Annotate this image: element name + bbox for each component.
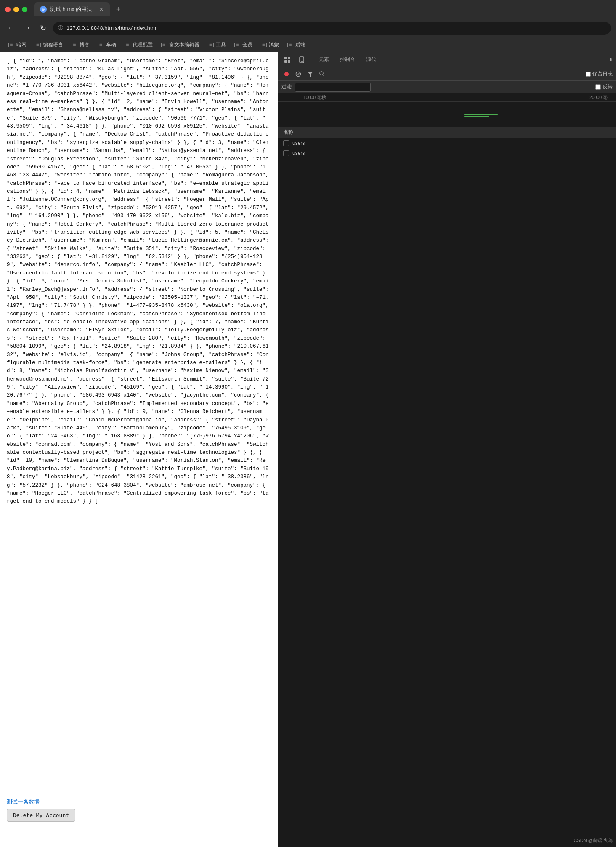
devtools-pane: 元素 控制台 源代 It [278,52,616,847]
bookmark-folder-icon: ▦ [234,43,240,47]
bookmark-hongmeng[interactable]: ▦ 鸿蒙 [258,40,282,50]
filter-reverse-row: 反转 [595,84,613,90]
bookmark-folder-icon: ▦ [98,43,104,47]
filter-reverse-label: 反转 [603,84,613,90]
devtools-tab-console[interactable]: 控制台 [336,54,359,65]
svg-rect-0 [284,57,287,59]
filter-input[interactable] [295,83,371,92]
search-button[interactable] [317,69,327,79]
bookmark-fuwenben[interactable]: ▦ 富文本编辑器 [158,40,203,50]
bookmark-folder-icon: ▦ [287,43,293,47]
bookmark-houtai[interactable]: ▦ 后端 [284,40,309,50]
bookmark-anwang-label: 暗网 [16,41,27,48]
bookmark-folder-icon: ▦ [72,43,77,47]
devtools-top-toolbar: 元素 控制台 源代 It [278,52,616,67]
lock-icon: ⓘ [58,24,63,32]
network-item-name-1: users [292,140,305,146]
main-content: [ { "id": 1, "name": "Leanne Graham", "u… [0,52,616,847]
bookmark-daili[interactable]: ▦ 代理配置 [121,40,156,50]
bookmark-hongmeng-label: 鸿蒙 [269,41,279,48]
bookmarks-bar: ▦ 暗网 ▦ 编程语言 ▦ 博客 ▦ 车辆 ▦ 代理配置 ▦ 富文本编辑器 ▦ … [0,37,616,52]
svg-rect-1 [288,57,290,59]
bookmark-boke-label: 博客 [80,41,90,48]
timeline-bar-1 [464,114,498,115]
bookmark-folder-icon: ▦ [161,43,167,47]
timeline-bars [278,102,616,127]
devtools-tab-sources[interactable]: 源代 [362,54,380,65]
network-item-checkbox-2 [283,150,289,156]
webpage-bottom-controls: 测试一条数据 Delete My Account [7,798,271,822]
svg-rect-3 [288,60,290,63]
svg-line-11 [323,75,324,76]
bookmark-folder-icon: ▦ [35,43,41,47]
svg-point-6 [284,72,289,76]
watermark: CSDN @前端.火鸟 [574,837,613,844]
timeline-label-left: 10000 毫秒 [303,95,326,101]
preserve-log-checkbox-row[interactable]: 保留日志 [586,71,613,77]
bookmark-gongju[interactable]: ▦ 工具 [204,40,229,50]
webpage-pane: [ { "id": 1, "name": "Leanne Graham", "u… [0,52,278,847]
address-bar: ← → ↻ ⓘ 127.0.0.1:8848/htmls/htmx/index.… [0,19,616,37]
network-item-users-1[interactable]: users [278,138,616,148]
url-bar[interactable]: ⓘ 127.0.0.1:8848/htmls/htmx/index.html [53,22,611,35]
timeline-bar-2 [464,116,489,117]
bookmark-anwang[interactable]: ▦ 暗网 [5,40,30,50]
bookmark-huiyuan[interactable]: ▦ 会员 [231,40,256,50]
bookmark-folder-icon: ▦ [261,43,267,47]
bookmark-daili-label: 代理配置 [133,41,153,48]
timeline-label-right: 20000 毫 [589,95,608,101]
bookmark-chexun-label: 车辆 [106,41,116,48]
devtools-grid-icon[interactable] [281,54,293,66]
maximize-button[interactable] [22,7,27,12]
url-text: 127.0.0.1:8848/htmls/htmx/index.html [66,25,157,31]
timeline-ruler: 10000 毫秒 20000 毫 [278,93,616,102]
bookmark-folder-icon: ▦ [208,43,214,47]
bookmark-folder-icon: ▦ [125,43,130,47]
tab-favicon: ⊕ [40,6,47,13]
network-request-list[interactable]: users users [278,138,616,847]
svg-point-10 [320,72,323,75]
clear-button[interactable] [293,69,303,79]
devtools-device-icon[interactable] [296,54,308,66]
delete-account-button[interactable]: Delete My Account [7,809,75,822]
filter-label: 过滤 [281,84,292,90]
tab-close-button[interactable]: ✕ [99,6,104,13]
tab-label: 测试 htmx 的用法 [50,5,92,13]
bookmark-chexun[interactable]: ▦ 车辆 [95,40,119,50]
svg-rect-2 [284,60,287,63]
active-tab[interactable]: ⊕ 测试 htmx 的用法 ✕ [34,2,110,16]
record-button[interactable] [281,69,292,79]
reload-button[interactable]: ↻ [37,24,49,33]
bookmark-fuwenben-label: 富文本编辑器 [169,41,199,48]
filter-reverse-checkbox[interactable] [595,84,601,90]
network-item-checkbox-1 [283,140,289,146]
new-tab-button[interactable]: + [112,3,124,15]
bookmark-houtai-label: 后端 [295,41,305,48]
devtools-tab-elements[interactable]: 元素 [315,54,333,65]
title-bar: ⊕ 测试 htmx 的用法 ✕ + [0,0,616,19]
network-column-name: 名称 [283,129,293,136]
filter-button[interactable] [305,69,315,79]
network-item-name-2: users [292,150,305,156]
json-response-text: [ { "id": 1, "name": "Leanne Graham", "u… [7,57,271,506]
bookmark-huiyuan-label: 会员 [242,41,252,48]
forward-button[interactable]: → [21,24,33,32]
preserve-log-label: 保留日志 [592,71,613,77]
preserve-log-checkbox[interactable] [586,72,591,77]
minimize-button[interactable] [13,7,19,12]
bookmark-bianchen[interactable]: ▦ 编程语言 [32,40,66,50]
devtools-network-toolbar: 保留日志 [278,67,616,81]
it-text: It [610,56,613,63]
svg-marker-9 [308,72,313,77]
bookmark-folder-icon: ▦ [8,43,14,47]
timeline-area: 10000 毫秒 20000 毫 [278,93,616,127]
network-item-users-2[interactable]: users [278,148,616,158]
test-link[interactable]: 测试一条数据 [7,798,271,806]
tab-area: ⊕ 测试 htmx 的用法 ✕ + [34,2,611,16]
svg-line-8 [297,72,300,76]
traffic-lights [5,7,27,12]
close-button[interactable] [5,7,11,12]
back-button[interactable]: ← [5,24,17,32]
bookmark-gongju-label: 工具 [216,41,226,48]
bookmark-boke[interactable]: ▦ 博客 [68,40,93,50]
